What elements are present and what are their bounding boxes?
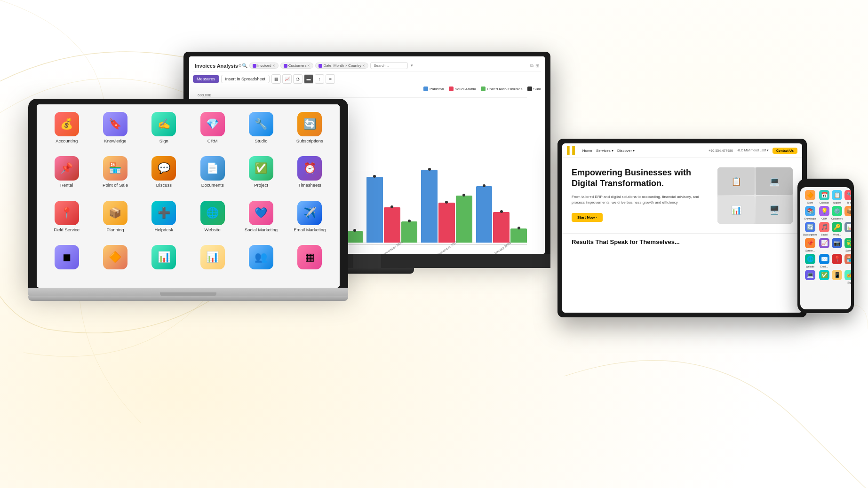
- laptop-screen-outer: 💰Accounting🔖Knowledge✍️Sign💎CRM🔧Studio🔄S…: [28, 99, 348, 288]
- fill-icon[interactable]: ▬: [304, 74, 313, 84]
- results-teaser: Results That Speak for Themselves...: [562, 233, 802, 250]
- app-item-documents[interactable]: 📄Documents: [190, 156, 235, 197]
- app-item-helpdesk[interactable]: ➕Helpdesk: [142, 201, 186, 241]
- filter-icon[interactable]: ≡: [326, 74, 335, 84]
- app-icon-app22: 📊: [200, 245, 225, 269]
- search-icon[interactable]: 🔍: [242, 63, 247, 68]
- app-item-website[interactable]: 🌐Website: [190, 201, 235, 241]
- phone-app-23[interactable]: ✍️Sign: [844, 270, 851, 284]
- phone-app-8[interactable]: 🔄Subscriptions: [803, 222, 817, 236]
- filter-customers[interactable]: Customers ✕: [280, 63, 314, 69]
- phone-app-16[interactable]: 🌐Website: [803, 254, 817, 268]
- app-label-knowledge: Knowledge: [104, 138, 126, 143]
- app-item-app20[interactable]: 🔶: [93, 245, 137, 280]
- tablet-screen: ▌▌ Home Services ▾ Discover ▾ +90-554-47…: [562, 143, 802, 313]
- laptop-foot: [28, 296, 348, 301]
- bar-group-dec: [421, 170, 472, 243]
- app-item-rental[interactable]: 📌Rental: [44, 156, 89, 197]
- bar-chart-icon[interactable]: ▦: [271, 74, 281, 84]
- search-input[interactable]: [370, 62, 408, 69]
- nav-services[interactable]: Services ▾: [596, 149, 613, 153]
- phone-app-label-6: Customers: [831, 217, 843, 220]
- filter-invoiced[interactable]: Invoiced ✕: [249, 63, 279, 69]
- phone-app-icon-16: 🌐: [805, 254, 815, 264]
- app-item-app19[interactable]: ◼: [44, 245, 89, 280]
- app-icon-crm: 💎: [200, 112, 225, 136]
- phone-app-6[interactable]: ⚙️Customers: [831, 206, 843, 220]
- phone-app-icon-17: ✉️: [819, 254, 829, 264]
- measures-button[interactable]: Measures: [193, 75, 219, 83]
- phone-app-0[interactable]: 🔶Store: [803, 190, 817, 204]
- app-item-planning[interactable]: 📦Planning: [93, 201, 137, 241]
- phone-app-3[interactable]: 🔧To-do: [844, 190, 851, 204]
- app-icon-discuss: 💬: [151, 156, 176, 181]
- app-item-accounting[interactable]: 💰Accounting: [44, 112, 89, 152]
- phone-app-2[interactable]: 📋Appoint: [831, 190, 843, 204]
- phone-app-4[interactable]: 📚Knowledge: [803, 206, 817, 220]
- phone-app-icon-5: 💡: [819, 206, 829, 216]
- phone-app-label-17: Email...: [820, 265, 828, 268]
- sort-icon[interactable]: ↕: [315, 74, 324, 84]
- phone-app-15[interactable]: 💫Surveys: [844, 238, 851, 252]
- phone-app-10[interactable]: 🔑Word...: [831, 222, 843, 236]
- app-item-pos[interactable]: 🏪Point of Sale: [93, 156, 137, 197]
- app-item-project[interactable]: ✅Project: [239, 156, 283, 197]
- nav-phone: +90-554-477980: [709, 149, 733, 152]
- app-item-app22[interactable]: 📊: [190, 245, 235, 280]
- chart-legend: Pakistan Saudi Arabia United Arab Emirat…: [193, 87, 541, 91]
- app-label-planning: Planning: [107, 227, 124, 232]
- phone-app-11[interactable]: 📊: [844, 222, 851, 236]
- phone-app-21[interactable]: ✅: [819, 270, 829, 284]
- app-item-timesheets[interactable]: ⏰Timesheets: [287, 156, 332, 197]
- y-axis-label: 600.00k: [193, 93, 541, 97]
- phone-app-22[interactable]: 📱: [831, 270, 843, 284]
- app-item-knowledge[interactable]: 🔖Knowledge: [93, 112, 137, 152]
- phone-app-14[interactable]: 📷: [831, 238, 843, 252]
- phone-app-icon-22: 📱: [832, 270, 842, 280]
- nav-user[interactable]: HLC Mahmoud Latif ▾: [737, 149, 769, 152]
- phone-app-19[interactable]: 🏪: [844, 254, 851, 268]
- start-now-button[interactable]: Start Now ›: [572, 213, 603, 222]
- phone-app-7[interactable]: 📦: [844, 206, 851, 220]
- copy-icon[interactable]: ⧉: [530, 63, 534, 69]
- app-item-subscriptions[interactable]: 🔄Subscriptions: [287, 112, 332, 152]
- phone-app-icon-8: 🔄: [805, 222, 815, 232]
- app-icon-socialmarketing: 💙: [249, 201, 273, 225]
- app-item-app23[interactable]: 👥: [239, 245, 283, 280]
- phone-app-1[interactable]: 📅Calendar: [819, 190, 829, 204]
- legend-pakistan: Pakistan: [423, 87, 444, 91]
- app-item-app24[interactable]: ▦: [287, 245, 332, 280]
- pie-chart-icon[interactable]: ◔: [293, 74, 303, 84]
- phone-app-5[interactable]: 💡CRM: [819, 206, 829, 220]
- website-logo: ▌▌: [567, 146, 578, 155]
- phone-app-12[interactable]: 📌Screen...: [803, 238, 817, 252]
- app-item-crm[interactable]: 💎CRM: [190, 112, 235, 152]
- phone-app-13[interactable]: 📈: [819, 238, 829, 252]
- app-icon-accounting: 💰: [55, 112, 79, 136]
- app-item-sign[interactable]: ✍️Sign: [142, 112, 186, 152]
- line-chart-icon[interactable]: 📈: [282, 74, 292, 84]
- filter-date[interactable]: Date: Month > Country ✕: [315, 63, 368, 69]
- app-item-app21[interactable]: 📊: [142, 245, 186, 280]
- phone-app-9[interactable]: 🎵Social: [819, 222, 829, 236]
- phone-app-icon-3: 🔧: [844, 190, 851, 200]
- nav-discover[interactable]: Discover ▾: [617, 149, 635, 153]
- nav-home[interactable]: Home: [582, 149, 592, 153]
- laptop: 💰Accounting🔖Knowledge✍️Sign💎CRM🔧Studio🔄S…: [28, 99, 348, 301]
- app-item-studio[interactable]: 🔧Studio: [239, 112, 283, 152]
- app-item-socialmarketing[interactable]: 💙Social Marketing: [239, 201, 283, 241]
- app-label-pos: Point of Sale: [103, 182, 128, 188]
- app-item-emailmarketing[interactable]: ✈️Email Marketing: [287, 201, 332, 241]
- phone-app-18[interactable]: 📍: [831, 254, 843, 268]
- phone-app-icon-11: 📊: [844, 222, 851, 232]
- phone-app-label-0: Store: [807, 201, 813, 204]
- contact-button[interactable]: Contact Us: [772, 148, 797, 154]
- phone-app-20[interactable]: 💻: [803, 270, 817, 284]
- insert-spreadsheet-button[interactable]: Insert in Spreadsheet: [221, 75, 270, 83]
- grid-icon[interactable]: ⊞: [535, 63, 539, 69]
- phone-app-17[interactable]: ✉️Email...: [819, 254, 829, 268]
- chart-filters: 🔍 Invoiced ✕ Customers ✕: [242, 62, 414, 69]
- app-item-fieldservice[interactable]: 📍Field Service: [44, 201, 89, 241]
- tablet: ▌▌ Home Services ▾ Discover ▾ +90-554-47…: [557, 139, 807, 317]
- app-item-discuss[interactable]: 💬Discuss: [142, 156, 186, 197]
